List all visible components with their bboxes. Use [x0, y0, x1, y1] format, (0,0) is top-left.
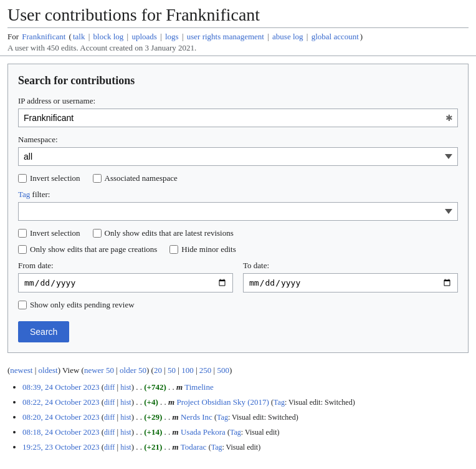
diff-link[interactable]: diff — [104, 383, 115, 392]
list-item: 08:20, 24 October 2023 (diff | hist) . .… — [22, 410, 469, 424]
account-info: A user with 450 edits. Account created o… — [7, 43, 469, 53]
minor-tag: m — [176, 382, 183, 392]
page-creation-checkboxes: Only show edits that are page creations … — [18, 244, 458, 254]
pending-review-row: Show only edits pending review — [18, 300, 458, 310]
newest-link[interactable]: newest — [10, 365, 32, 375]
ip-username-input[interactable] — [18, 109, 458, 127]
contribution-timestamp[interactable]: 08:18, 24 October 2023 — [22, 427, 99, 437]
minor-tag: m — [173, 412, 179, 422]
hide-minor-label: Hide minor edits — [181, 244, 236, 254]
article-link[interactable]: Timeline — [184, 382, 213, 392]
diff-link[interactable]: diff — [104, 413, 115, 422]
to-date-input[interactable] — [243, 273, 458, 293]
hist-link[interactable]: hist — [120, 383, 131, 392]
tag-link[interactable]: Tag — [274, 398, 285, 407]
associated-namespace-checkbox[interactable] — [93, 174, 102, 183]
tag-filter-group: Tag filter: — [18, 190, 458, 221]
invert-selection-2-item[interactable]: Invert selection — [18, 228, 80, 238]
abuse-log-link[interactable]: abuse log — [272, 32, 303, 41]
pending-review-item[interactable]: Show only edits pending review — [18, 300, 135, 310]
username-link[interactable]: Franknificant — [22, 32, 65, 41]
count-100-link[interactable]: 100 — [181, 365, 194, 375]
hide-minor-item[interactable]: Hide minor edits — [169, 244, 236, 254]
diff-link[interactable]: diff — [104, 443, 115, 452]
to-date-label: To date: — [243, 261, 458, 271]
change-size: (+14) — [144, 427, 162, 437]
older50-link[interactable]: older 50 — [120, 365, 146, 375]
diff-link[interactable]: diff — [104, 398, 115, 407]
change-size: (+742) — [144, 382, 166, 392]
uploads-link[interactable]: uploads — [131, 32, 156, 41]
logs-link[interactable]: logs — [165, 32, 179, 41]
associated-namespace-item[interactable]: Associated namespace — [93, 173, 178, 183]
change-size: (+21) — [144, 442, 162, 452]
global-account-link[interactable]: global account — [312, 32, 359, 41]
change-size: (+4) — [144, 397, 158, 407]
pending-review-label: Show only edits pending review — [30, 300, 135, 310]
article-link[interactable]: Project Obsidian Sky (2017) — [176, 397, 269, 407]
page-title: User contributions for Franknificant — [7, 5, 469, 28]
change-size: (+29) — [144, 412, 162, 422]
hist-link[interactable]: hist — [120, 443, 131, 452]
from-date-label: From date: — [18, 261, 233, 271]
article-link[interactable]: Nerds Inc — [181, 412, 212, 422]
contribution-timestamp[interactable]: 08:20, 24 October 2023 — [22, 412, 99, 422]
minor-tag: m — [168, 397, 174, 407]
pending-review-checkbox[interactable] — [18, 301, 27, 309]
diff-link[interactable]: diff — [104, 428, 115, 437]
count-50-link[interactable]: 50 — [168, 365, 176, 375]
ip-username-group: IP address or username: ✱ — [18, 96, 458, 127]
user-rights-link[interactable]: user rights management — [187, 32, 264, 41]
namespace-select[interactable]: all (Article) Talk User User talk — [18, 147, 458, 166]
hist-link[interactable]: hist — [120, 428, 131, 437]
date-row: From date: To date: — [18, 261, 458, 293]
count-250-link[interactable]: 250 — [199, 365, 212, 375]
namespace-checkboxes: Invert selection Associated namespace — [18, 173, 458, 183]
namespace-label: Namespace: — [18, 135, 458, 145]
count-500-link[interactable]: 500 — [217, 365, 229, 375]
contribution-timestamp[interactable]: 08:22, 24 October 2023 — [22, 397, 99, 407]
talk-link[interactable]: talk — [73, 32, 85, 41]
page-creations-checkbox[interactable] — [18, 245, 27, 254]
oldest-link[interactable]: oldest — [39, 365, 58, 375]
article-link[interactable]: Todarac — [181, 442, 207, 452]
tag-badge: (Tag: Visual edit) — [209, 443, 261, 452]
list-item: 08:39, 24 October 2023 (diff | hist) . .… — [22, 380, 469, 394]
tag-badge: (Tag: Visual edit: Switched) — [214, 413, 298, 422]
from-date-input[interactable] — [18, 273, 233, 293]
invert-selection-1-label: Invert selection — [30, 173, 80, 183]
newer50-link[interactable]: newer 50 — [84, 365, 114, 375]
contributions-list: 08:39, 24 October 2023 (diff | hist) . .… — [7, 380, 469, 454]
tag-link[interactable]: Tag — [18, 190, 30, 199]
page-creations-label: Only show edits that are page creations — [30, 244, 157, 254]
required-star-icon: ✱ — [445, 113, 453, 123]
latest-revisions-item[interactable]: Only show edits that are latest revision… — [93, 228, 234, 238]
minor-tag: m — [173, 442, 179, 452]
contribution-timestamp[interactable]: 08:39, 24 October 2023 — [22, 382, 99, 392]
article-link[interactable]: Usada Pekora — [181, 427, 226, 437]
hist-link[interactable]: hist — [120, 413, 131, 422]
block-log-link[interactable]: block log — [93, 32, 124, 41]
count-20-link[interactable]: 20 — [154, 365, 162, 375]
latest-revisions-checkbox[interactable] — [93, 229, 102, 238]
contribution-timestamp[interactable]: 19:25, 23 October 2023 — [22, 442, 99, 452]
hist-link[interactable]: hist — [120, 398, 131, 407]
search-panel: Search for contributions IP address or u… — [7, 64, 469, 353]
invert-selection-1-checkbox[interactable] — [18, 174, 27, 183]
invert-selection-1-item[interactable]: Invert selection — [18, 173, 80, 183]
for-prefix: For — [7, 32, 19, 41]
namespace-group: Namespace: all (Article) Talk User User … — [18, 135, 458, 166]
minor-tag: m — [173, 427, 179, 437]
invert-selection-2-checkbox[interactable] — [18, 229, 27, 238]
tag-filter-select[interactable] — [18, 202, 458, 221]
page-creations-item[interactable]: Only show edits that are page creations — [18, 244, 157, 254]
edit-type-checkboxes: Invert selection Only show edits that ar… — [18, 228, 458, 238]
tag-link[interactable]: Tag — [211, 443, 222, 452]
hide-minor-checkbox[interactable] — [169, 245, 178, 254]
tag-link[interactable]: Tag — [230, 428, 241, 437]
tag-link[interactable]: Tag — [217, 413, 228, 422]
list-item: 19:25, 23 October 2023 (diff | hist) . .… — [22, 440, 469, 454]
for-line: For Franknificant (talk | block log | up… — [7, 32, 469, 42]
search-button[interactable]: Search — [18, 321, 69, 342]
latest-revisions-label: Only show edits that are latest revision… — [105, 228, 234, 238]
